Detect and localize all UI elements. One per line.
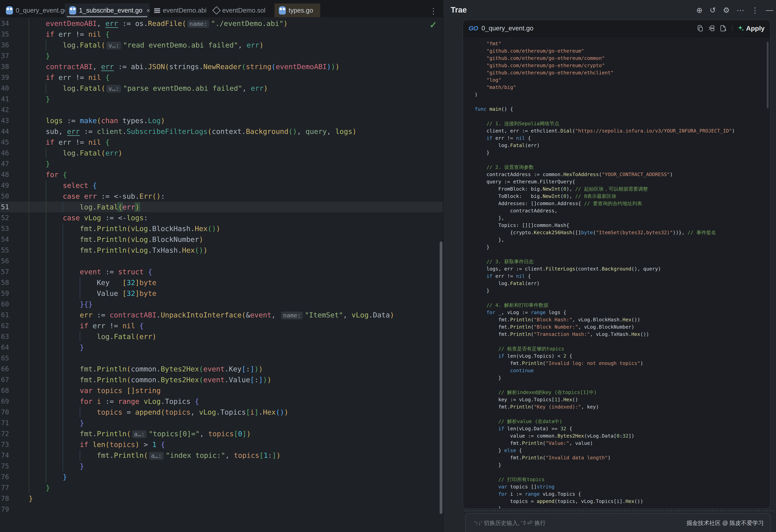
code-text: eventDemoABI, err := os.ReadFile(name:".… [29,18,287,29]
line-number: 74 [0,450,9,461]
ide-window: 0_query_event.go1_subscribe_event.go×eve… [0,0,776,532]
line-number: 38 [0,61,9,72]
editor-line-57: 57 event := struct { [0,266,443,277]
diff-compare-icon[interactable] [708,24,716,32]
panel-code-line: FromBlock: big.NewInt(0), // 起始区块，可以根据需要… [474,185,648,193]
tab-eventDemo.abi[interactable]: eventDemo.abi [150,4,209,17]
editor-line-35: 35 if err != nil { [0,29,443,40]
panel-code-line: contractAddress := common.HexToAddress("… [474,171,673,178]
line-number: 53 [0,223,9,234]
go-language-icon: GO [468,25,478,32]
panel-code-line: } else { [474,447,522,454]
editor-line-44: 44 sub, err := client.SubscribeFilterLog… [0,126,443,137]
new-chat-icon[interactable]: ⊕ [696,6,703,15]
line-number: 50 [0,191,9,202]
code-block-header: GO 0_query_event.go [463,20,770,37]
code-block-body[interactable]: "fmt" "github.com/ethereum/go-ethereum" … [463,37,770,508]
line-number: 72 [0,428,9,439]
editor-line-56: 56 [0,256,443,266]
code-text: log.Fatal(err) [29,148,123,159]
code-text: }{} [29,299,92,310]
line-number: 49 [0,180,9,191]
editor-line-76: 76 } [0,472,443,482]
code-block-card: GO 0_query_event.go [463,20,771,509]
panel-code-line: // 检查是否有足够的topics [474,345,564,352]
code-text: if err != nil { [29,137,110,148]
tab-label: eventDemo.sol [222,7,265,14]
editor-line-68: 68 var topics []string [0,385,443,396]
panel-resize-grip[interactable] [464,510,775,511]
copy-icon[interactable] [696,24,704,32]
line-number: 48 [0,169,9,180]
code-text: fmt.Println(vLog.BlockHash.Hex()) [29,223,220,234]
line-number: 60 [0,299,9,310]
code-editor[interactable]: ✓ 34 eventDemoABI, err := os.ReadFile(na… [0,17,443,532]
insert-into-file-icon[interactable] [719,24,727,32]
inline-hint-chip: name: [187,20,209,28]
tab-1_subscribe_event.go[interactable]: 1_subscribe_event.go× [65,4,149,17]
panel-code-line: ) [474,91,477,98]
code-text: } [29,342,84,353]
code-text: for { [29,169,67,180]
code-block-scrollbar[interactable] [767,42,769,108]
editor-line-38: 38 contractABI, err := abi.JSON(strings.… [0,61,443,72]
indent-guide [63,256,63,266]
line-number: 73 [0,439,9,450]
editor-line-51: 51 log.Fatal(err) [0,202,443,212]
editor-line-65: 65 [0,353,443,363]
settings-gear-icon[interactable]: ⚙ [723,6,730,15]
panel-code-line: if len(vLog.Data) >= 32 { [474,425,572,432]
line-number: 44 [0,126,9,137]
sol-file-icon [212,6,221,15]
code-text: logs := make(chan types.Log) [29,115,165,126]
more-horizontal-icon[interactable]: ⋯ [737,6,744,15]
tab-0_query_event.go[interactable]: 0_query_event.go [2,4,64,17]
panel-code-line: query := ethereum.FilterQuery{ [474,178,575,185]
panel-code-line: } [474,287,490,294]
collapse-panel-icon[interactable]: — [766,6,773,15]
panel-code-line: fmt.Println("Invalid data length") [474,454,611,461]
editor-line-59: 59 Value [32]byte [0,288,443,299]
panel-code-line: ToBlock: big.NewInt(0), // 0表示最新区块 [474,193,616,200]
close-tab-icon[interactable]: × [146,7,150,14]
line-number: 40 [0,83,9,94]
editor-line-69: 69 for i := range vLog.Topics { [0,396,443,407]
code-text: log.Fatal(err) [29,331,156,342]
line-number: 79 [0,504,9,515]
inline-hint-chip: a…: [132,430,147,438]
code-text: topics = append(topics, vLog.Topics[i].H… [29,407,288,418]
code-text: case vLog := <-logs: [29,212,148,223]
editor-line-75: 75 } [0,461,443,472]
tab-bar-more-icon[interactable]: ⋮ [429,7,437,15]
kebab-menu-icon[interactable]: ⋮ [751,6,759,15]
line-number: 66 [0,363,9,374]
panel-code-line: if err != nil { [474,272,531,280]
line-number: 59 [0,288,9,299]
apply-button[interactable]: Apply [738,25,765,32]
history-icon[interactable]: ↺ [710,6,716,15]
line-number: 71 [0,418,9,428]
editor-line-34: 34 eventDemoABI, err := os.ReadFile(name… [0,18,443,29]
editor-line-58: 58 Key [32]byte [0,277,443,288]
line-number: 58 [0,277,9,288]
chat-input-box[interactable]: '↑↓' 切换历史输入, '⇧⏎' 换行 掘金技术社区 @ 陈皮不爱学习 [465,513,771,532]
panel-code-line: if err != nil { [474,135,531,142]
tab-eventDemo.sol[interactable]: eventDemo.sol [209,4,274,17]
editor-scrollbar[interactable] [440,241,442,514]
line-number: 45 [0,137,9,148]
line-number: 77 [0,482,9,493]
editor-line-74: 74 fmt.Println(a…:"index topic:", topics… [0,450,443,461]
editor-line-50: 50 case err := <-sub.Err(): [0,191,443,202]
line-number: 37 [0,50,9,61]
tab-types.go[interactable]: types.go [274,4,320,17]
editor-line-36: 36 log.Fatal(v…:"read eventDemo.abi fail… [0,40,443,50]
code-text: fmt.Println(vLog.TxHash.Hex()) [29,245,207,256]
go-file-icon [279,6,286,15]
code-text: if err != nil { [29,29,110,40]
line-number: 46 [0,148,9,159]
panel-code-line: fmt.Println("Block Number:", vLog.BlockN… [474,323,634,331]
editor-line-55: 55 fmt.Println(vLog.TxHash.Hex()) [0,245,443,256]
panel-code-line: } [474,505,501,508]
editor-line-72: 72 fmt.Println(a…:"topics[0]=", topics[0… [0,428,443,439]
panel-code-line: client, err := ethclient.Dial("https://s… [474,127,735,135]
